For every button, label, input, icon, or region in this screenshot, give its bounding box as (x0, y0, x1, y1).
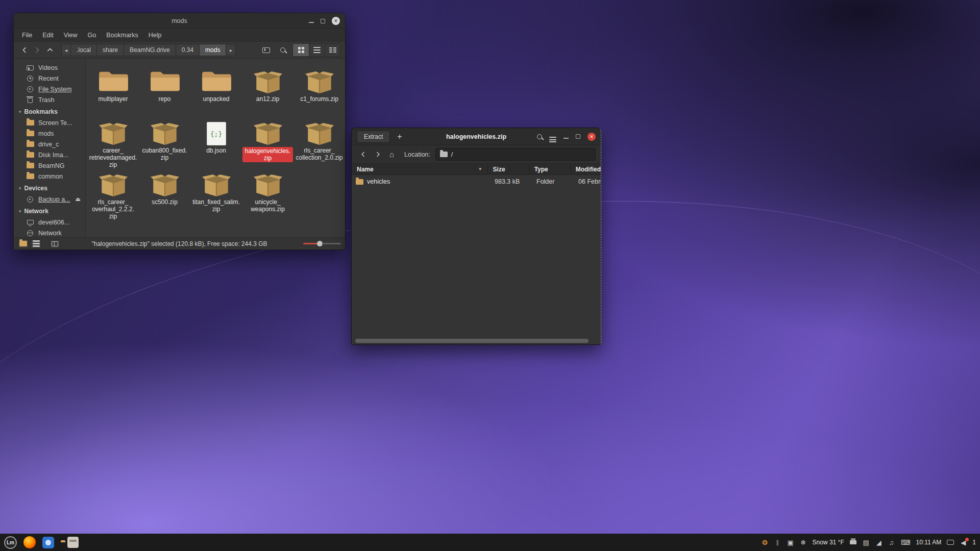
keyboard-layout-icon[interactable]: ⌨ (901, 539, 911, 546)
file-item-titan-fixed-salim-zip[interactable]: titan_fixed_salim. zip (190, 168, 242, 220)
app-launcher-icon[interactable] (42, 537, 54, 548)
file-item-c1-forums-zip[interactable]: c1_forums.zip (293, 65, 345, 117)
menu-view[interactable]: View (59, 29, 83, 41)
sidebar-section-devices[interactable]: ▾ Devices (14, 183, 85, 194)
file-item-an12-zip[interactable]: an12.zip (242, 65, 293, 117)
menu-help[interactable]: Help (143, 29, 167, 41)
volume-notification-icon[interactable]: ◀ (960, 539, 967, 546)
close-button[interactable]: ✕ (332, 17, 340, 25)
file-item-multiplayer[interactable]: multiplayer (87, 65, 139, 117)
icon-view-button[interactable] (293, 44, 309, 56)
sidebar-section-network[interactable]: ▾ Network (14, 206, 85, 217)
menu-edit[interactable]: Edit (37, 29, 59, 41)
list-view-button[interactable] (309, 44, 325, 56)
file-item-unpacked[interactable]: unpacked (190, 65, 242, 117)
sidebar-item-common[interactable]: common (14, 171, 85, 182)
eject-icon[interactable]: ⏏ (76, 196, 81, 203)
breadcrumb-mods[interactable]: mods (200, 44, 226, 56)
archive-close-button[interactable]: ✕ (587, 133, 596, 141)
sidebar-item-file-system[interactable]: File System (14, 84, 85, 94)
shield-icon[interactable]: ▣ (787, 539, 794, 546)
sidebar-item-disk-images[interactable]: Disk Ima... (14, 149, 85, 160)
archive-minimize-button[interactable] (564, 138, 569, 139)
minimize-button[interactable] (309, 22, 314, 23)
back-button[interactable] (18, 44, 31, 57)
compact-view-button[interactable] (325, 44, 340, 56)
column-header-type[interactable]: Type (529, 164, 571, 174)
breadcrumb-local[interactable]: .local (71, 44, 97, 56)
sidebar-item-trash[interactable]: Trash (14, 94, 85, 105)
file-item-career-retrievedamaged-zip[interactable]: career_ retrievedamaged. zip (87, 117, 139, 168)
file-item-db-json[interactable]: {;} db.json (190, 117, 242, 168)
menu-bookmarks[interactable]: Bookmarks (101, 29, 143, 41)
file-manager-titlebar[interactable]: mods ✕ (14, 13, 345, 29)
archive-maximize-button[interactable] (576, 134, 580, 139)
music-player-icon[interactable]: ♫ (888, 539, 895, 546)
file-item-cuban800-fixed-zip[interactable]: cuban800_fixed. zip (139, 117, 190, 168)
file-item-sc500-zip[interactable]: sc500.zip (139, 168, 190, 220)
mint-menu-button[interactable]: Lm (4, 536, 17, 549)
home-button[interactable]: ⌂ (386, 150, 397, 159)
horizontal-scrollbar[interactable] (355, 338, 589, 343)
breadcrumb-beamng-drive[interactable]: BeamNG.drive (124, 44, 176, 56)
sidebar-item-backup[interactable]: Backup a... ⏏ (14, 194, 85, 205)
file-item-rls-career-overhaul-zip[interactable]: rls_career_ overhaul_2.2.2. zip (87, 168, 139, 220)
network-signal-icon[interactable]: ◢ (875, 539, 883, 546)
printer-icon[interactable] (850, 540, 857, 544)
extract-button[interactable]: Extract (357, 131, 390, 143)
weather-text[interactable]: Snow 31 °F (813, 539, 844, 546)
clock-text[interactable]: 10:11 AM (916, 539, 942, 546)
breadcrumb-scroll-left[interactable]: ◂ (61, 44, 71, 56)
sidebar-item-devel606[interactable]: devel606... (14, 217, 85, 228)
breadcrumb-scroll-right[interactable]: ▸ (226, 44, 236, 56)
file-item-halogenvehicles-zip-selected[interactable]: halogenvehicles. zip (242, 117, 293, 168)
up-button[interactable] (43, 44, 56, 57)
bluetooth-icon[interactable]: ᛒ (774, 539, 781, 546)
menu-go[interactable]: Go (83, 29, 102, 41)
toggle-places-button[interactable] (18, 239, 29, 248)
collapse-arrow-icon: ▾ (19, 186, 21, 191)
zoom-slider[interactable] (303, 241, 341, 246)
sidebar-item-beamng[interactable]: BeamNG (14, 160, 85, 171)
archive-window-button[interactable] (67, 537, 79, 548)
archive-forward-button[interactable] (372, 148, 384, 161)
column-header-modified[interactable]: Modified (571, 164, 601, 174)
zip-box-icon (254, 117, 282, 145)
archive-menu-button[interactable] (549, 131, 556, 142)
update-badge-count[interactable]: 1 (972, 539, 976, 546)
column-header-size[interactable]: Size (488, 164, 529, 174)
archive-headerbar[interactable]: halogenvehicles.zip Extract + ✕ (352, 128, 601, 145)
list-view-icon (313, 47, 321, 54)
file-item-rls-career-collection-zip[interactable]: rls_career_ collection_2.0.zip (293, 117, 345, 168)
breadcrumb-share[interactable]: share (97, 44, 124, 56)
location-input[interactable]: / (435, 148, 596, 161)
display-icon[interactable] (947, 540, 954, 545)
toggle-location-entry-button[interactable] (260, 44, 273, 57)
search-button[interactable] (276, 44, 289, 57)
menu-file[interactable]: File (17, 29, 37, 41)
sidebar-item-screen-te[interactable]: Screen Te... (14, 117, 85, 128)
maximize-button[interactable] (321, 19, 325, 23)
color-applet-icon[interactable]: ❂ (762, 539, 769, 546)
column-header-name[interactable]: Name ▼ (352, 164, 488, 174)
sidebar-item-network[interactable]: Network (14, 228, 85, 237)
add-files-button[interactable]: + (395, 133, 404, 141)
firefox-icon[interactable] (23, 536, 36, 548)
breadcrumb-0-34[interactable]: 0.34 (176, 44, 200, 56)
scrollbar-thumb[interactable] (355, 339, 589, 343)
sidebar-item-mods[interactable]: mods (14, 128, 85, 139)
file-item-unicycle-weapons-zip[interactable]: unicycle_ weapons.zip (242, 168, 293, 220)
toggle-treeview-button[interactable] (31, 239, 41, 248)
archive-back-button[interactable] (357, 148, 370, 161)
archive-search-button[interactable] (537, 132, 542, 141)
forward-button[interactable] (31, 44, 43, 57)
snowflake-icon[interactable]: ❄ (800, 539, 807, 546)
sidebar-item-recent[interactable]: Recent (14, 73, 85, 84)
file-item-repo[interactable]: repo (139, 65, 190, 117)
sidebar-item-drive-c[interactable]: drive_c (14, 139, 85, 149)
sidebar-item-videos[interactable]: Videos (14, 62, 85, 73)
toggle-sidepane-button[interactable] (50, 239, 60, 248)
clipboard-icon[interactable]: ▤ (863, 539, 870, 546)
sidebar-section-bookmarks[interactable]: ▾ Bookmarks (14, 106, 85, 117)
archive-row-vehicles[interactable]: vehicles 983.3 kB Folder 06 Februa (352, 176, 601, 188)
